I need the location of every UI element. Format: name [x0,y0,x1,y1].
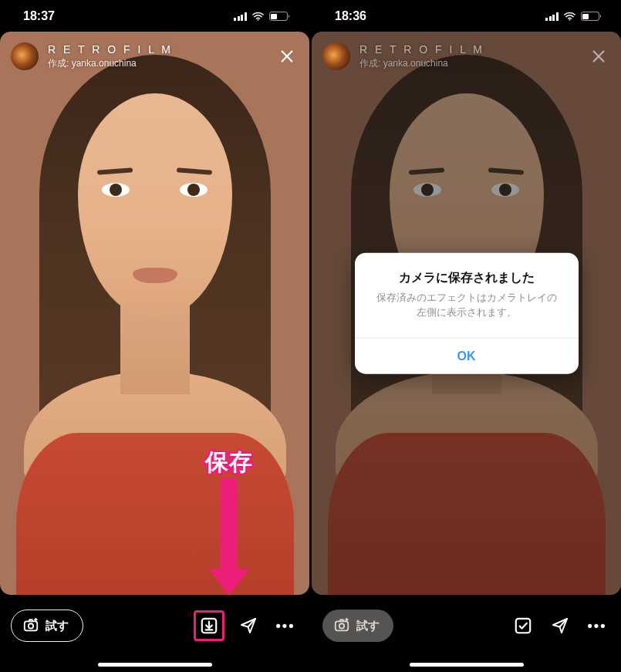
status-time: 18:37 [23,9,55,23]
status-right [545,12,601,21]
svg-rect-1 [25,621,38,630]
effect-author: 作成: yanka.onuchina [359,57,578,70]
try-effect-button[interactable]: 試す [11,610,83,642]
phone-left: 18:37 R E T R O F I L M 作成: [0,1,309,671]
avatar[interactable] [11,42,39,70]
dialog-title: カメラに保存されました [355,253,579,291]
svg-point-2 [29,623,33,628]
effect-name: R E T R O F I L M [359,43,578,56]
effect-info[interactable]: R E T R O F I L M 作成: yanka.onuchina [48,43,266,70]
status-bar: 18:36 [312,1,621,32]
share-button[interactable] [235,613,262,639]
status-bar: 18:37 [0,1,309,32]
battery-icon [269,12,290,21]
camera-sparkle-icon [22,616,39,636]
status-right [234,12,289,21]
try-label: 試す [356,619,380,633]
more-button: ••• [584,613,610,639]
effect-info: R E T R O F I L M 作成: yanka.onuchina [359,43,578,70]
camera-viewport: R E T R O F I L M 作成: yanka.onuchina [0,32,309,595]
camera-sparkle-icon [333,616,350,636]
svg-point-6 [339,623,344,628]
effect-author: 作成: yanka.onuchina [48,57,266,70]
dialog-message: 保存済みのエフェクトはカメラトレイの左側に表示されます。 [355,291,579,338]
save-effect-button[interactable] [194,610,224,641]
portrait-illustration [0,32,309,595]
saved-effect-icon [510,613,536,639]
status-time: 18:36 [335,9,366,23]
bottom-toolbar: 試す ••• [0,605,309,647]
close-button[interactable] [275,45,299,68]
more-button[interactable]: ••• [272,613,299,639]
home-indicator[interactable] [410,663,524,667]
avatar [322,42,350,70]
effect-header: R E T R O F I L M 作成: yanka.onuchina [11,42,299,70]
camera-viewport: R E T R O F I L M 作成: yanka.onuchina カメラ… [312,32,621,595]
share-button [547,613,573,639]
wifi-icon [563,12,576,21]
try-effect-button: 試す [322,610,393,642]
effect-name: R E T R O F I L M [48,43,266,56]
home-indicator[interactable] [98,663,212,667]
wifi-icon [251,12,265,21]
cell-signal-icon [545,12,559,21]
dialog-ok-button[interactable]: OK [355,338,579,373]
try-label: 試す [46,619,69,633]
svg-point-4 [569,19,570,21]
bottom-toolbar: 試す ••• [312,605,621,647]
effect-header: R E T R O F I L M 作成: yanka.onuchina [322,42,610,70]
svg-point-0 [257,19,258,21]
svg-rect-5 [336,621,349,630]
svg-rect-7 [516,619,530,633]
saved-dialog: カメラに保存されました 保存済みのエフェクトはカメラトレイの左側に表示されます。… [355,253,579,374]
phone-right: 18:36 R E T R O F I L M 作成: [312,1,621,671]
cell-signal-icon [234,12,247,21]
battery-icon [581,12,602,21]
close-button [587,45,610,68]
